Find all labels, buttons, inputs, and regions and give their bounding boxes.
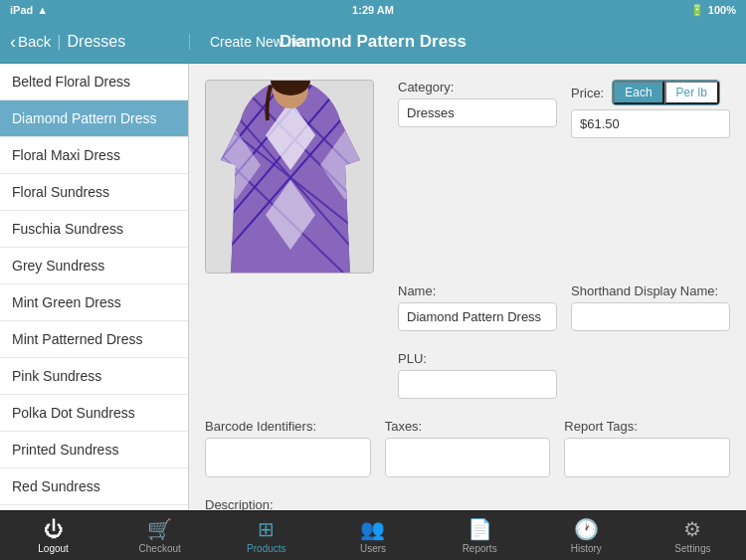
status-bar: iPad ▲ 1:29 AM 🔋 100% (0, 0, 746, 20)
plu-input[interactable] (398, 370, 557, 399)
taxes-label: Taxes: (385, 419, 551, 434)
power-icon: ⏻ (44, 518, 64, 541)
sidebar-item-5[interactable]: Grey Sundress (0, 248, 188, 284)
status-left: iPad ▲ (10, 4, 48, 16)
price-header: Price: Each Per lb (571, 80, 730, 105)
report-tags-section: Report Tags: (564, 419, 730, 477)
back-label: Back (18, 33, 51, 50)
carrier-label: iPad (10, 4, 33, 16)
report-tags-input[interactable] (564, 438, 730, 477)
tab-products[interactable]: ⊞ Products (213, 517, 319, 554)
sidebar-item-12[interactable]: Striped Maxi Dress (0, 505, 188, 510)
name-input[interactable] (398, 302, 557, 331)
gear-icon: ⚙ (683, 517, 701, 541)
top-form-row: Category: Price: Each Per lb (205, 80, 730, 274)
tab-logout-label: Logout (38, 543, 69, 554)
tab-settings[interactable]: ⚙ Settings (640, 517, 746, 554)
sidebar-item-9[interactable]: Polka Dot Sundress (0, 395, 188, 432)
status-right: 🔋 100% (690, 4, 736, 17)
tab-history[interactable]: 🕐 History (533, 517, 640, 554)
cart-icon: 🛒 (147, 517, 172, 541)
product-image (205, 80, 374, 274)
clock-icon: 🕐 (574, 517, 599, 541)
main-layout: Belted Floral DressDiamond Pattern Dress… (0, 64, 746, 510)
sidebar-item-8[interactable]: Pink Sundress (0, 358, 188, 395)
tab-users[interactable]: 👥 Users (319, 517, 426, 554)
sidebar-item-0[interactable]: Belted Floral Dress (0, 64, 188, 100)
tab-settings-label: Settings (674, 543, 710, 554)
sidebar-item-3[interactable]: Floral Sundress (0, 174, 188, 211)
barcode-input[interactable] (205, 438, 371, 477)
name-label: Name: (398, 283, 557, 298)
bottom-form-row: Barcode Identifiers: Taxes: Report Tags: (205, 419, 730, 487)
tab-products-label: Products (247, 543, 285, 554)
content-form: Category: Price: Each Per lb (205, 80, 730, 510)
sidebar-item-2[interactable]: Floral Maxi Dress (0, 137, 188, 174)
tab-logout[interactable]: ⏻ Logout (0, 518, 106, 554)
plu-section: PLU: (398, 351, 557, 399)
plu-label: PLU: (398, 351, 557, 366)
nav-bar: ‹ Back | Dresses Create New Item Diamond… (0, 20, 746, 64)
sidebar-item-1[interactable]: Diamond Pattern Dress (0, 100, 188, 137)
grid-icon: ⊞ (258, 517, 275, 541)
back-button[interactable]: ‹ Back (10, 33, 51, 51)
category-section: Category: (398, 80, 557, 138)
tab-users-label: Users (360, 543, 386, 554)
shorthand-label: Shorthand Display Name: (571, 283, 730, 298)
wifi-icon: ▲ (37, 4, 48, 16)
nav-title: Diamond Pattern Dress (280, 32, 466, 52)
shorthand-section: Shorthand Display Name: (571, 283, 730, 331)
doc-icon: 📄 (467, 517, 492, 541)
taxes-section: Taxes: (385, 419, 551, 477)
sidebar-item-7[interactable]: Mint Patterned Dress (0, 321, 188, 358)
price-label: Price: (571, 86, 604, 100)
sidebar-item-6[interactable]: Mint Green Dress (0, 284, 188, 321)
tab-checkout-label: Checkout (139, 543, 181, 554)
battery-icon: 🔋 (690, 4, 704, 17)
sidebar-item-11[interactable]: Red Sundress (0, 468, 188, 505)
price-toggle: Each Per lb (612, 80, 720, 105)
each-button[interactable]: Each (613, 81, 663, 104)
nav-main-header: Create New Item Diamond Pattern Dress (189, 34, 746, 50)
tab-bar: ⏻ Logout 🛒 Checkout ⊞ Products 👥 Users 📄… (0, 510, 746, 560)
tab-reports[interactable]: 📄 Reports (427, 517, 533, 554)
sidebar-item-4[interactable]: Fuschia Sundress (0, 211, 188, 248)
tab-reports-label: Reports (463, 543, 497, 554)
report-tags-label: Report Tags: (564, 419, 730, 434)
plu-row: PLU: (205, 351, 730, 409)
content-area: Category: Price: Each Per lb (189, 64, 746, 510)
name-section: Name: (398, 283, 557, 331)
tab-checkout[interactable]: 🛒 Checkout (106, 517, 213, 554)
sidebar-item-10[interactable]: Printed Sundress (0, 432, 188, 468)
shorthand-input[interactable] (571, 302, 730, 331)
category-input[interactable] (398, 98, 557, 127)
barcode-label: Barcode Identifiers: (205, 419, 371, 434)
name-row: Name: Shorthand Display Name: (205, 283, 730, 341)
per-lb-button[interactable]: Per lb (664, 81, 719, 104)
price-section: Price: Each Per lb (571, 80, 730, 138)
price-input[interactable] (571, 109, 730, 138)
nav-sidebar-header: ‹ Back | Dresses (0, 33, 189, 51)
description-label: Description: (205, 497, 730, 510)
category-label: Category: (398, 80, 557, 94)
back-arrow-icon: ‹ (10, 33, 16, 51)
taxes-input[interactable] (385, 438, 551, 477)
tab-history-label: History (571, 543, 602, 554)
barcode-section: Barcode Identifiers: (205, 419, 371, 477)
users-icon: 👥 (360, 517, 385, 541)
sidebar: Belted Floral DressDiamond Pattern Dress… (0, 64, 189, 510)
description-section: Description: (205, 497, 730, 510)
status-time: 1:29 AM (352, 4, 394, 16)
sidebar-nav-title: Dresses (68, 33, 126, 51)
battery-label: 100% (708, 4, 736, 16)
